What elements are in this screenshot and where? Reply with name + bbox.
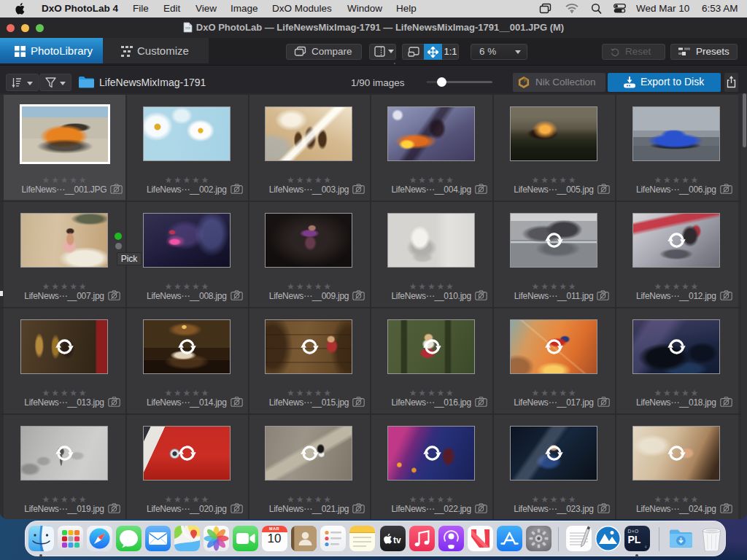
svg-text:tv: tv — [393, 535, 401, 545]
